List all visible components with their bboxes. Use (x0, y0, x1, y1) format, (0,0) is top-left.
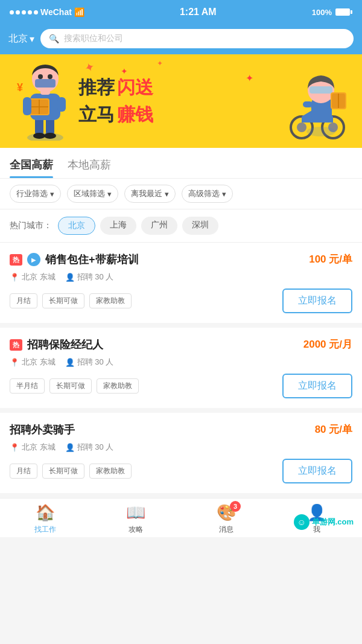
hot-cities-label: 热门城市： (10, 220, 52, 231)
svg-rect-24 (303, 101, 313, 107)
job-tag: 月结 (10, 464, 37, 479)
job-location-3: 📍 北京 东城 (10, 442, 56, 453)
location-selector[interactable]: 北京 ▾ (8, 33, 34, 45)
svg-point-16 (48, 74, 52, 79)
people-icon: 👤 (65, 358, 75, 367)
filter-industry[interactable]: 行业筛选 ▾ (10, 185, 61, 203)
svg-text:¥: ¥ (17, 81, 23, 94)
job-title-row-1: 热 ▶ 销售包住+带薪培训 (10, 252, 139, 267)
city-chips: 北京 上海 广州 深圳 (58, 217, 218, 235)
badge-wrap: 🎨 3 (217, 503, 236, 522)
banner-right-figure (284, 62, 350, 141)
svg-rect-10 (23, 97, 31, 115)
carrier-label: WeChat (40, 7, 72, 17)
nav-item-guide[interactable]: 📖 攻略 (91, 503, 181, 535)
job-headcount-3: 👤 招聘 30 人 (65, 442, 114, 453)
battery-icon (335, 8, 352, 16)
svg-point-20 (297, 123, 306, 132)
watermark-text: 单游网.com (312, 517, 354, 528)
battery-label: 100% (312, 8, 332, 17)
job-salary-3: 80 元/单 (315, 422, 352, 436)
job-location-2: 📍 北京 东城 (10, 357, 56, 368)
tab-local-high-salary[interactable]: 本地高薪 (68, 158, 111, 178)
nav-label-find-job: 找工作 (34, 524, 56, 535)
job-tags-1: 月结 长期可做 家教助教 (10, 293, 132, 308)
banner-left-figure: ¥ (12, 62, 78, 141)
banner-middle-text: 立马 (78, 103, 115, 127)
banner-highlight2: 赚钱 (117, 103, 153, 127)
svg-point-3 (33, 133, 45, 139)
job-title-2: 招聘保险经纪人 (27, 337, 103, 352)
bottom-nav: 🏠 找工作 📖 攻略 🎨 3 消息 👤 我 ☺ 单游网.com (0, 498, 362, 537)
home-icon: 🏠 (36, 503, 55, 522)
svg-rect-27 (310, 86, 332, 94)
job-tag: 半月结 (10, 378, 45, 394)
job-salary-2: 2000 元/月 (303, 337, 352, 351)
job-meta-3: 📍 北京 东城 👤 招聘 30 人 (10, 442, 352, 453)
job-tag: 长期可做 (49, 378, 92, 394)
city-chip-shenzhen[interactable]: 深圳 (182, 217, 218, 235)
city-chip-guangzhou[interactable]: 广州 (141, 217, 177, 235)
tab-national-high-salary[interactable]: 全国高薪 (10, 158, 53, 178)
banner-prefix: 推荐 (78, 75, 115, 100)
job-tag: 长期可做 (42, 464, 84, 479)
location-text: 北京 (8, 33, 28, 45)
promo-banner[interactable]: ✦ ✦ ✦ ✦ (0, 54, 362, 148)
message-badge: 3 (230, 501, 241, 512)
job-title-1: 销售包住+带薪培训 (45, 252, 139, 267)
filter-region[interactable]: 区域筛选 ▾ (67, 185, 118, 203)
job-meta-2: 📍 北京 东城 👤 招聘 30 人 (10, 357, 352, 368)
signal-dots (10, 10, 38, 14)
city-chip-shanghai[interactable]: 上海 (100, 217, 136, 235)
hot-badge-1: 热 (10, 254, 22, 266)
status-left: WeChat 📶 (10, 7, 84, 17)
video-badge-1: ▶ (27, 253, 40, 266)
svg-point-4 (44, 133, 56, 139)
city-chip-beijing[interactable]: 北京 (58, 217, 95, 235)
watermark: ☺ 单游网.com (294, 514, 354, 530)
nav-item-message[interactable]: 🎨 3 消息 (181, 503, 272, 535)
location-icon: 📍 (10, 273, 19, 282)
job-tags-3: 月结 长期可做 家教助教 (10, 464, 132, 479)
status-time: 1:21 AM (180, 7, 217, 18)
wifi-icon: 📶 (74, 7, 84, 17)
watermark-circle: ☺ (294, 514, 310, 530)
job-tag: 家教助教 (89, 293, 132, 308)
job-list: 热 ▶ 销售包住+带薪培训 100 元/单 📍 北京 东城 👤 招聘 30 人 … (0, 243, 362, 493)
main-tabs: 全国高薪 本地高薪 (0, 148, 362, 179)
chevron-down-icon: ▾ (50, 190, 54, 199)
filter-row: 行业筛选 ▾ 区域筛选 ▾ 离我最近 ▾ 高级筛选 ▾ (0, 179, 362, 209)
job-location-1: 📍 北京 东城 (10, 272, 56, 282)
job-headcount-2: 👤 招聘 30 人 (65, 357, 114, 368)
search-placeholder: 搜索职位和公司 (64, 33, 123, 44)
svg-point-22 (306, 127, 335, 136)
job-salary-1: 100 元/单 (309, 252, 352, 266)
hot-cities: 热门城市： 北京 上海 广州 深圳 (0, 209, 362, 243)
job-header-1: 热 ▶ 销售包住+带薪培训 100 元/单 (10, 252, 352, 267)
job-card-3: 招聘外卖骑手 80 元/单 📍 北京 东城 👤 招聘 30 人 月结 长期可做 … (0, 413, 362, 493)
job-title-row-2: 热 招聘保险经纪人 (10, 337, 103, 352)
nav-item-find-job[interactable]: 🏠 找工作 (0, 503, 91, 535)
job-header-2: 热 招聘保险经纪人 2000 元/月 (10, 337, 352, 352)
job-title-3: 招聘外卖骑手 (10, 422, 75, 437)
apply-button-3[interactable]: 立即报名 (282, 459, 352, 483)
job-tag: 家教助教 (97, 378, 139, 394)
search-input-wrap[interactable]: 🔍 搜索职位和公司 (40, 29, 354, 48)
apply-button-1[interactable]: 立即报名 (282, 289, 352, 313)
nav-label-guide: 攻略 (129, 524, 143, 535)
status-bar: WeChat 📶 1:21 AM 100% (0, 0, 362, 24)
filter-advanced[interactable]: 高级筛选 ▾ (182, 185, 233, 203)
chevron-down-icon: ▾ (107, 190, 112, 199)
chevron-down-icon: ▾ (165, 190, 169, 199)
people-icon: 👤 (65, 273, 75, 282)
job-title-row-3: 招聘外卖骑手 (10, 422, 75, 437)
apply-button-2[interactable]: 立即报名 (282, 374, 352, 398)
chevron-down-icon: ▾ (222, 190, 226, 199)
nav-label-message: 消息 (219, 524, 233, 535)
svg-point-15 (38, 74, 43, 79)
job-meta-1: 📍 北京 东城 👤 招聘 30 人 (10, 272, 352, 282)
search-bar: 北京 ▾ 🔍 搜索职位和公司 (0, 24, 362, 54)
filter-nearest[interactable]: 离我最近 ▾ (124, 185, 176, 203)
banner-content: ¥ 推荐 闪送 立马 赚钱 (0, 62, 362, 141)
svg-rect-11 (57, 97, 66, 112)
